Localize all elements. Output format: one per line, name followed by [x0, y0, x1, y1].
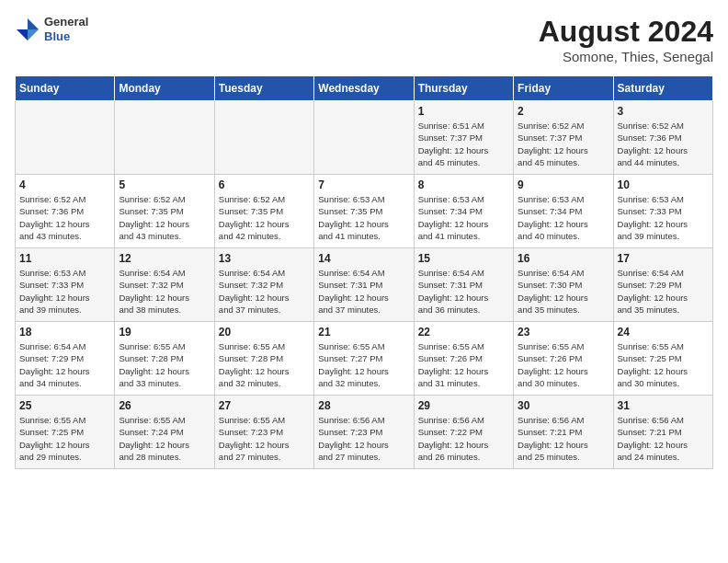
- day-number: 24: [618, 326, 709, 339]
- day-info: Sunrise: 6:54 AMSunset: 7:29 PMDaylight:…: [618, 267, 709, 316]
- day-cell-23: 23Sunrise: 6:55 AMSunset: 7:26 PMDayligh…: [514, 322, 613, 396]
- svg-marker-0: [28, 18, 39, 29]
- day-info: Sunrise: 6:51 AMSunset: 7:37 PMDaylight:…: [418, 120, 509, 168]
- day-info: Sunrise: 6:54 AMSunset: 7:32 PMDaylight:…: [119, 267, 210, 316]
- day-info: Sunrise: 6:55 AMSunset: 7:27 PMDaylight:…: [318, 340, 409, 389]
- day-cell-16: 16Sunrise: 6:54 AMSunset: 7:30 PMDayligh…: [514, 248, 613, 322]
- day-info: Sunrise: 6:52 AMSunset: 7:36 PMDaylight:…: [19, 193, 110, 242]
- day-number: 31: [618, 399, 709, 412]
- day-info: Sunrise: 6:54 AMSunset: 7:32 PMDaylight:…: [219, 267, 310, 316]
- empty-cell: [16, 101, 115, 175]
- day-number: 30: [518, 399, 609, 412]
- day-info: Sunrise: 6:52 AMSunset: 7:37 PMDaylight:…: [518, 120, 609, 168]
- day-cell-28: 28Sunrise: 6:56 AMSunset: 7:23 PMDayligh…: [314, 396, 414, 469]
- day-number: 13: [219, 252, 310, 265]
- weekday-header-wednesday: Wednesday: [314, 76, 414, 101]
- day-info: Sunrise: 6:53 AMSunset: 7:33 PMDaylight:…: [19, 267, 110, 316]
- page-header: General Blue August 2024 Somone, Thies, …: [15, 15, 713, 64]
- day-cell-26: 26Sunrise: 6:55 AMSunset: 7:24 PMDayligh…: [115, 396, 214, 469]
- day-info: Sunrise: 6:52 AMSunset: 7:35 PMDaylight:…: [219, 193, 310, 242]
- day-info: Sunrise: 6:53 AMSunset: 7:34 PMDaylight:…: [418, 193, 509, 242]
- day-number: 16: [518, 252, 609, 265]
- svg-marker-2: [17, 29, 28, 40]
- day-cell-10: 10Sunrise: 6:53 AMSunset: 7:33 PMDayligh…: [613, 175, 712, 248]
- day-info: Sunrise: 6:56 AMSunset: 7:21 PMDaylight:…: [518, 414, 609, 463]
- logo-icon: [15, 17, 40, 42]
- day-cell-3: 3Sunrise: 6:52 AMSunset: 7:36 PMDaylight…: [613, 101, 712, 175]
- day-cell-20: 20Sunrise: 6:55 AMSunset: 7:28 PMDayligh…: [214, 322, 313, 396]
- day-number: 4: [19, 178, 110, 191]
- day-number: 29: [418, 399, 509, 412]
- day-cell-29: 29Sunrise: 6:56 AMSunset: 7:22 PMDayligh…: [414, 396, 513, 469]
- week-row-2: 4Sunrise: 6:52 AMSunset: 7:36 PMDaylight…: [16, 175, 713, 248]
- week-row-3: 11Sunrise: 6:53 AMSunset: 7:33 PMDayligh…: [16, 248, 713, 322]
- calendar-body: 1Sunrise: 6:51 AMSunset: 7:37 PMDaylight…: [16, 101, 713, 469]
- month-year-title: August 2024: [539, 15, 713, 49]
- day-cell-4: 4Sunrise: 6:52 AMSunset: 7:36 PMDaylight…: [16, 175, 115, 248]
- day-cell-19: 19Sunrise: 6:55 AMSunset: 7:28 PMDayligh…: [115, 322, 214, 396]
- day-info: Sunrise: 6:52 AMSunset: 7:35 PMDaylight:…: [119, 193, 210, 242]
- day-number: 27: [219, 399, 310, 412]
- day-info: Sunrise: 6:54 AMSunset: 7:31 PMDaylight:…: [318, 267, 409, 316]
- day-number: 28: [318, 399, 409, 412]
- day-cell-15: 15Sunrise: 6:54 AMSunset: 7:31 PMDayligh…: [414, 248, 513, 322]
- title-block: August 2024 Somone, Thies, Senegal: [539, 15, 713, 64]
- logo: General Blue: [15, 15, 88, 43]
- day-info: Sunrise: 6:55 AMSunset: 7:26 PMDaylight:…: [518, 340, 609, 389]
- day-cell-27: 27Sunrise: 6:55 AMSunset: 7:23 PMDayligh…: [214, 396, 313, 469]
- day-cell-14: 14Sunrise: 6:54 AMSunset: 7:31 PMDayligh…: [314, 248, 414, 322]
- logo-blue: Blue: [44, 29, 88, 44]
- day-cell-12: 12Sunrise: 6:54 AMSunset: 7:32 PMDayligh…: [115, 248, 214, 322]
- day-number: 3: [618, 105, 709, 118]
- day-number: 2: [518, 105, 609, 118]
- day-cell-7: 7Sunrise: 6:53 AMSunset: 7:35 PMDaylight…: [314, 175, 414, 248]
- day-info: Sunrise: 6:55 AMSunset: 7:25 PMDaylight:…: [19, 414, 110, 463]
- day-number: 9: [518, 178, 609, 191]
- day-number: 19: [119, 326, 210, 339]
- day-info: Sunrise: 6:56 AMSunset: 7:22 PMDaylight:…: [418, 414, 509, 463]
- day-number: 23: [518, 326, 609, 339]
- day-number: 25: [19, 399, 110, 412]
- day-info: Sunrise: 6:54 AMSunset: 7:31 PMDaylight:…: [418, 267, 509, 316]
- logo-general: General: [44, 15, 88, 29]
- day-info: Sunrise: 6:56 AMSunset: 7:23 PMDaylight:…: [318, 414, 409, 463]
- weekday-header-tuesday: Tuesday: [214, 76, 313, 101]
- day-cell-5: 5Sunrise: 6:52 AMSunset: 7:35 PMDaylight…: [115, 175, 214, 248]
- day-cell-11: 11Sunrise: 6:53 AMSunset: 7:33 PMDayligh…: [16, 248, 115, 322]
- week-row-1: 1Sunrise: 6:51 AMSunset: 7:37 PMDaylight…: [16, 101, 713, 175]
- day-number: 12: [119, 252, 210, 265]
- day-info: Sunrise: 6:55 AMSunset: 7:25 PMDaylight:…: [618, 340, 709, 389]
- day-number: 26: [119, 399, 210, 412]
- day-info: Sunrise: 6:55 AMSunset: 7:28 PMDaylight:…: [219, 340, 310, 389]
- day-number: 22: [418, 326, 509, 339]
- day-number: 6: [219, 178, 310, 191]
- day-cell-9: 9Sunrise: 6:53 AMSunset: 7:34 PMDaylight…: [514, 175, 613, 248]
- day-number: 5: [119, 178, 210, 191]
- weekday-header-sunday: Sunday: [16, 76, 115, 101]
- day-info: Sunrise: 6:52 AMSunset: 7:36 PMDaylight:…: [618, 120, 709, 168]
- day-info: Sunrise: 6:56 AMSunset: 7:21 PMDaylight:…: [618, 414, 709, 463]
- day-cell-21: 21Sunrise: 6:55 AMSunset: 7:27 PMDayligh…: [314, 322, 414, 396]
- day-cell-8: 8Sunrise: 6:53 AMSunset: 7:34 PMDaylight…: [414, 175, 513, 248]
- day-info: Sunrise: 6:54 AMSunset: 7:29 PMDaylight:…: [19, 340, 110, 389]
- week-row-5: 25Sunrise: 6:55 AMSunset: 7:25 PMDayligh…: [16, 396, 713, 469]
- day-number: 7: [318, 178, 409, 191]
- day-number: 10: [618, 178, 709, 191]
- calendar-table: SundayMondayTuesdayWednesdayThursdayFrid…: [15, 75, 713, 469]
- day-info: Sunrise: 6:53 AMSunset: 7:35 PMDaylight:…: [318, 193, 409, 242]
- day-cell-1: 1Sunrise: 6:51 AMSunset: 7:37 PMDaylight…: [414, 101, 513, 175]
- weekday-header-saturday: Saturday: [613, 76, 712, 101]
- day-number: 1: [418, 105, 509, 118]
- empty-cell: [314, 101, 414, 175]
- day-cell-18: 18Sunrise: 6:54 AMSunset: 7:29 PMDayligh…: [16, 322, 115, 396]
- day-number: 15: [418, 252, 509, 265]
- empty-cell: [214, 101, 313, 175]
- day-info: Sunrise: 6:55 AMSunset: 7:28 PMDaylight:…: [119, 340, 210, 389]
- day-cell-17: 17Sunrise: 6:54 AMSunset: 7:29 PMDayligh…: [613, 248, 712, 322]
- day-info: Sunrise: 6:54 AMSunset: 7:30 PMDaylight:…: [518, 267, 609, 316]
- day-info: Sunrise: 6:55 AMSunset: 7:23 PMDaylight:…: [219, 414, 310, 463]
- weekday-header-thursday: Thursday: [414, 76, 513, 101]
- day-info: Sunrise: 6:55 AMSunset: 7:26 PMDaylight:…: [418, 340, 509, 389]
- weekday-header-friday: Friday: [514, 76, 613, 101]
- svg-marker-1: [28, 29, 39, 40]
